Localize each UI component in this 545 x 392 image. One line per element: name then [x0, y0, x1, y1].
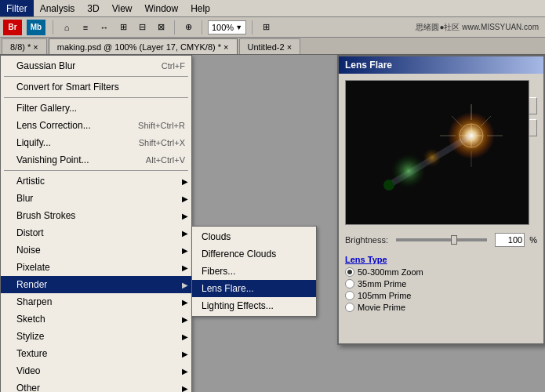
- lens-option-movie[interactable]: Movie Prime: [345, 303, 537, 312]
- arrow-icon: ▶: [182, 246, 188, 255]
- arrow-icon: ▶: [182, 281, 188, 289]
- toolbar-separator-3: [202, 20, 202, 34]
- brightness-slider[interactable]: [396, 238, 487, 241]
- menu-distort[interactable]: Distort ▶: [1, 224, 191, 241]
- brightness-input[interactable]: [495, 233, 525, 247]
- lens-type-title: Lens Type: [345, 255, 537, 264]
- sep-3: [4, 170, 188, 171]
- menu-texture[interactable]: Texture ▶: [1, 345, 191, 362]
- tab-3[interactable]: Untitled-2 ×: [239, 38, 301, 54]
- lens-type-section: Lens Type 50-300mm Zoom 35mm Prime 10: [345, 255, 537, 312]
- toolbar-icon-5[interactable]: ⊟: [134, 20, 150, 35]
- lens-option-zoom[interactable]: 50-300mm Zoom: [345, 267, 537, 277]
- brightness-unit: %: [529, 235, 537, 245]
- menu-view[interactable]: View: [106, 0, 139, 16]
- lens-option-35mm[interactable]: 35mm Prime: [345, 279, 537, 289]
- toolbar-icon-4[interactable]: ⊞: [115, 20, 131, 35]
- toolbar-icon-2[interactable]: ≡: [78, 20, 93, 35]
- toolbar-icon-1[interactable]: ⌂: [59, 20, 74, 35]
- filter-dropdown-menu: Gaussian Blur Ctrl+F Convert for Smart F…: [0, 55, 192, 392]
- menu-analysis[interactable]: Analysis: [34, 0, 82, 16]
- toolbar-separator-4: [252, 20, 253, 34]
- submenu-difference-clouds[interactable]: Difference Clouds: [192, 245, 316, 263]
- menu-help[interactable]: Help: [184, 0, 216, 16]
- menu-vanishing-point[interactable]: Vanishing Point... Alt+Ctrl+V: [1, 151, 191, 169]
- toolbar-icon-6[interactable]: ⊠: [153, 20, 169, 35]
- menu-liquify[interactable]: Liquify... Shift+Ctrl+X: [1, 134, 191, 151]
- mb-logo[interactable]: Mb: [27, 20, 45, 35]
- arrow-icon: ▶: [182, 298, 188, 307]
- menu-stylize[interactable]: Stylize ▶: [1, 328, 191, 345]
- menu-brush-strokes[interactable]: Brush Strokes ▶: [1, 207, 191, 224]
- submenu-clouds[interactable]: Clouds: [192, 228, 316, 245]
- menu-bar: Filter Analysis 3D View Window Help: [0, 0, 545, 17]
- brightness-label: Brightness:: [345, 235, 388, 245]
- chinese-site-text: 思绪圆●社区 www.MISSYUAN.com: [416, 22, 539, 33]
- radio-105mm[interactable]: [345, 291, 354, 300]
- arrow-icon: ▶: [182, 263, 188, 272]
- tab-1[interactable]: 8/8) * ×: [2, 38, 47, 54]
- lens-flare-preview[interactable]: [345, 80, 529, 225]
- menu-sharpen[interactable]: Sharpen ▶: [1, 293, 191, 310]
- toolbar-separator-1: [53, 20, 53, 34]
- radio-zoom[interactable]: [345, 267, 354, 277]
- lens-option-105mm[interactable]: 105mm Prime: [345, 291, 537, 300]
- toolbar-separator-2: [174, 20, 175, 34]
- tab-bar: 8/8) * × making.psd @ 100% (Layer 17, CM…: [0, 38, 545, 55]
- arrow-icon: ▶: [182, 177, 188, 186]
- menu-filter[interactable]: Filter: [0, 0, 34, 16]
- radio-movie[interactable]: [345, 303, 354, 312]
- arrow-icon: ▶: [182, 384, 188, 393]
- menu-filter-gallery[interactable]: Filter Gallery...: [1, 100, 191, 117]
- zoom-arrow: ▼: [235, 24, 242, 31]
- svg-point-9: [423, 148, 441, 167]
- svg-point-8: [391, 154, 426, 188]
- menu-window[interactable]: Window: [139, 0, 185, 16]
- bridge-logo[interactable]: Br: [3, 20, 22, 35]
- menu-noise[interactable]: Noise ▶: [1, 241, 191, 259]
- lens-flare-svg: [346, 81, 529, 225]
- arrow-icon: ▶: [182, 229, 188, 238]
- dialog-title-bar: Lens Flare: [339, 56, 543, 74]
- menu-other[interactable]: Other ▶: [1, 379, 191, 392]
- brightness-thumb[interactable]: [451, 235, 457, 245]
- arrow-icon: ▶: [182, 350, 188, 358]
- lens-flare-dialog: Lens Flare OK Reset: [337, 55, 545, 345]
- menu-blur[interactable]: Blur ▶: [1, 190, 191, 207]
- tab-2[interactable]: making.psd @ 100% (Layer 17, CMYK/8) * ×: [49, 38, 238, 54]
- submenu-lighting-effects[interactable]: Lighting Effects...: [192, 297, 316, 314]
- arrow-icon: ▶: [182, 332, 188, 341]
- arrow-icon: ▶: [182, 315, 188, 324]
- arrow-icon: ▶: [182, 367, 188, 376]
- menu-sketch[interactable]: Sketch ▶: [1, 310, 191, 328]
- arrow-icon: ▶: [182, 194, 188, 203]
- submenu-fibers[interactable]: Fibers...: [192, 263, 316, 280]
- menu-3d[interactable]: 3D: [81, 0, 105, 16]
- submenu-lens-flare[interactable]: Lens Flare...: [192, 280, 316, 297]
- menu-artistic[interactable]: Artistic ▶: [1, 172, 191, 190]
- toolbar-icon-7[interactable]: ⊕: [180, 20, 196, 35]
- toolbar: Br Mb ⌂ ≡ ↔ ⊞ ⊟ ⊠ ⊕ 100% ▼ ⊞ 思绪圆●社区 www.…: [0, 17, 545, 38]
- zoom-dropdown[interactable]: 100% ▼: [208, 20, 246, 34]
- render-submenu: Clouds Difference Clouds Fibers... Lens …: [191, 226, 317, 317]
- radio-35mm[interactable]: [345, 279, 354, 289]
- menu-gaussian-blur[interactable]: Gaussian Blur Ctrl+F: [1, 57, 191, 74]
- menu-video[interactable]: Video ▶: [1, 362, 191, 379]
- svg-point-10: [383, 180, 394, 191]
- lens-type-radio-group: 50-300mm Zoom 35mm Prime 105mm Prime: [345, 267, 537, 312]
- main-area: Gaussian Blur Ctrl+F Convert for Smart F…: [0, 55, 545, 392]
- arrow-icon: ▶: [182, 212, 188, 220]
- toolbar-icon-3[interactable]: ↔: [96, 20, 112, 35]
- sep-2: [4, 97, 188, 98]
- menu-pixelate[interactable]: Pixelate ▶: [1, 259, 191, 276]
- menu-render[interactable]: Render ▶: [1, 276, 191, 293]
- menu-convert-smart[interactable]: Convert for Smart Filters: [1, 78, 191, 96]
- brightness-row: Brightness: %: [345, 233, 537, 247]
- menu-lens-correction[interactable]: Lens Correction... Shift+Ctrl+R: [1, 117, 191, 134]
- toolbar-icon-8[interactable]: ⊞: [258, 20, 274, 35]
- sep-1: [4, 76, 188, 77]
- dialog-content: Brightness: % Lens Type 50-300mm Zoom: [339, 74, 543, 318]
